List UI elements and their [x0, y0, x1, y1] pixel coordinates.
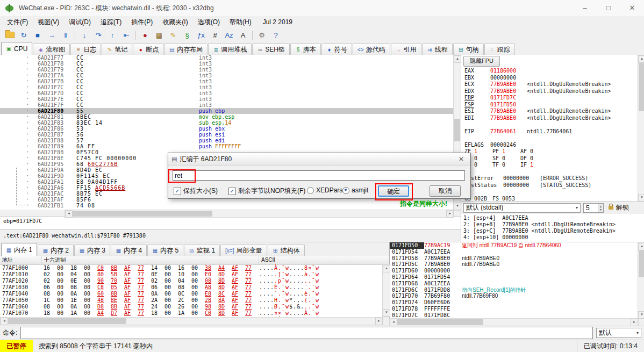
register-row[interactable]: EDI77B9ABE0 <ntdll.DbgUiRemoteBreakin>: [464, 115, 638, 122]
scroll-up-icon[interactable]: ▲: [638, 243, 644, 250]
unlock-checkbox-label[interactable]: 解锁: [616, 203, 629, 212]
dumptab-struct[interactable]: ⊞结构体: [268, 245, 305, 256]
menu-view[interactable]: 视图(V): [33, 18, 64, 27]
stop-icon[interactable]: ■: [31, 29, 44, 41]
scroll-thumb[interactable]: [8, 318, 126, 324]
disasm-hscrollbar[interactable]: ◄ ►: [65, 210, 454, 218]
scroll-right-icon[interactable]: ►: [446, 210, 454, 218]
dumptab-memory-1[interactable]: ▦内存 1: [1, 243, 37, 256]
dump-panel[interactable]: 地址 十六进制 ASCII 77AF100016001800C08BAF7714…: [0, 256, 389, 317]
menu-options[interactable]: 选项(O): [193, 18, 225, 27]
stack-row[interactable]: 0171FD6000000000: [390, 268, 638, 274]
pause-icon[interactable]: ‖: [59, 29, 72, 41]
arg-count-spinner[interactable]: 5 ▲▼: [583, 203, 604, 213]
tab-symbols[interactable]: ♦符号: [321, 44, 352, 55]
scroll-left-icon[interactable]: ◄: [1, 318, 8, 325]
argument-row[interactable]: 2: [esp+8] 77B9ABE0 <ntdll.DbgUiRemoteBr…: [461, 221, 644, 228]
step-into-icon[interactable]: ↓: [78, 29, 91, 41]
register-row[interactable]: EDX77B9ABE0 <ntdll.DbgUiRemoteBreakin>: [464, 88, 638, 95]
stack-vscrollbar[interactable]: ▲ ▼: [638, 242, 644, 319]
dump-row[interactable]: 77AF106008000A00D88BAF7724002600988DAF77…: [0, 304, 389, 310]
dumptab-memory-4[interactable]: ▦内存 4: [111, 245, 147, 256]
scroll-left-icon[interactable]: ◄: [390, 319, 397, 326]
tab-breakpoints[interactable]: ●断点: [133, 44, 163, 55]
dump-row[interactable]: 77AF103006000800C805AF7706000800A88DAF77…: [0, 284, 389, 291]
flag-af[interactable]: AF 0: [520, 148, 548, 155]
tab-threads[interactable]: ⇉线程: [422, 44, 453, 55]
tab-call-stack[interactable]: ≣调用堆栈: [208, 44, 252, 55]
script-icon[interactable]: §: [181, 29, 194, 41]
flag-sf[interactable]: SF 0: [492, 155, 520, 162]
disasm-row[interactable]: •6AD21FB174 08: [0, 203, 453, 209]
disasm-row[interactable]: •6AD21F78CCint3: [0, 61, 453, 67]
hide-fpu-button[interactable]: 隐藏FPU: [463, 56, 500, 67]
maximize-button[interactable]: □: [597, 0, 620, 16]
dumptab-memory-5[interactable]: ▦内存 5: [147, 245, 183, 256]
stack-row[interactable]: 0171FD6C0171FDD8指向SEH_Record[1]的指针: [390, 287, 638, 293]
argument-row[interactable]: 3: [esp+C] 77B9ABE0 <ntdll.DbgUiRemoteBr…: [461, 228, 644, 234]
az-icon[interactable]: Az: [223, 29, 235, 41]
scroll-left-icon[interactable]: ◄: [65, 210, 73, 218]
calling-convention-select[interactable]: 默认 (stdcall) ▾: [463, 203, 581, 213]
help-icon[interactable]: ?: [269, 29, 282, 41]
command-profile-select[interactable]: 默认 ▾: [596, 328, 641, 338]
dump-row[interactable]: 77AF10501C001E00488EAF772A002C00288AAF77…: [0, 297, 389, 304]
minimize-button[interactable]: –: [573, 0, 597, 16]
dump-hscrollbar[interactable]: ◄ ►: [0, 317, 383, 325]
stack-row[interactable]: 0171FD68A0C17EEA: [390, 281, 638, 287]
disasm-row[interactable]: •6AD21F8756push esi: [0, 132, 453, 138]
menu-file[interactable]: 文件(F): [2, 18, 33, 27]
register-row[interactable]: ESI77B9ABE0 <ntdll.DbgUiRemoteBreakin>: [464, 108, 638, 115]
stack-row[interactable]: 0171FD7C0171FD8C: [390, 312, 638, 318]
disasm-row[interactable]: •6AD21F8383EC 14sub esp,14: [0, 120, 453, 126]
tab-notes[interactable]: ✎笔记: [102, 44, 132, 55]
scroll-up-icon[interactable]: ▲: [383, 265, 390, 272]
keep-size-checkbox[interactable]: ✓ 保持大小(S): [174, 186, 218, 196]
restart-icon[interactable]: ↻: [17, 29, 30, 41]
run-icon[interactable]: →: [45, 29, 58, 41]
scroll-up-icon[interactable]: ▲: [638, 55, 644, 63]
scroll-thumb[interactable]: [397, 319, 483, 325]
dumptab-watch-1[interactable]: ◎监视 1: [184, 245, 220, 256]
disasm-row[interactable]: •6AD21F77CCint3: [0, 55, 453, 61]
argument-row[interactable]: 1: [esp+4] A0C17EEA: [461, 215, 644, 221]
scroll-thumb[interactable]: [639, 250, 644, 277]
close-button[interactable]: ✕: [620, 0, 644, 16]
argument-row[interactable]: 4: [esp+10] 00000000: [461, 234, 644, 241]
disasm-row[interactable]: •6AD21F8055push ebp: [0, 108, 453, 114]
tab-cpu[interactable]: ▣CPU: [1, 42, 32, 55]
register-row[interactable]: GS 002BFS 0053: [464, 196, 638, 202]
stack-row[interactable]: 0171FD5877B9ABE0ntdll.77B9ABE0: [390, 255, 638, 262]
register-row[interactable]: LastStatus00000000 (STATUS_SUCCESS): [464, 182, 638, 189]
scroll-thumb[interactable]: [73, 211, 212, 217]
tab-script[interactable]: §脚本: [290, 44, 321, 55]
stack-hscrollbar[interactable]: ◄ ►: [389, 318, 639, 326]
spin-down-icon[interactable]: ▼: [599, 208, 602, 211]
scroll-up-icon[interactable]: ▲: [454, 55, 461, 63]
tab-seh[interactable]: ∞SEH链: [252, 44, 290, 55]
stack-row[interactable]: 0171FD5C77B9ABE0ntdll.77B9ABE0: [390, 261, 638, 268]
assembly-input[interactable]: [173, 170, 465, 181]
flag-df[interactable]: DF 0: [520, 155, 548, 162]
disasm-row[interactable]: •6AD21F7DCCint3: [0, 90, 453, 96]
disasm-row[interactable]: •6AD21F79CCint3: [0, 67, 453, 73]
notes-icon[interactable]: ✎: [167, 29, 180, 41]
dump-row[interactable]: 77AF101002000400805BAF770E001000E08DAF77…: [0, 271, 389, 278]
hash-icon[interactable]: #: [209, 29, 221, 41]
step-over-icon[interactable]: ↷: [92, 29, 105, 41]
menu-debug[interactable]: 调试(D): [64, 18, 96, 27]
flag-if[interactable]: IF 1: [520, 162, 548, 169]
tab-graph[interactable]: ◈流程图: [33, 44, 70, 55]
register-row[interactable]: EIP77B64061 ntdll.77B64061: [464, 128, 638, 135]
dump-row[interactable]: 77AF104008000A00608BAF770A000C00E88CAF77…: [0, 291, 389, 297]
stack-row[interactable]: 0171FD640171FD54: [390, 274, 638, 281]
scroll-thumb[interactable]: [454, 119, 460, 141]
flag-fs[interactable]: FS 0053: [492, 196, 520, 202]
disasm-row[interactable]: •6AD21F818BECmov ebp,esp: [0, 114, 453, 120]
tab-source[interactable]: <>源代码: [353, 44, 390, 55]
scroll-down-icon[interactable]: ▼: [638, 311, 644, 319]
tab-references[interactable]: →引用: [391, 44, 421, 55]
disasm-row[interactable]: •6AD21F8653push ebx: [0, 126, 453, 132]
dumptab-locals[interactable]: [x=]局部变量: [220, 245, 267, 256]
stack-row[interactable]: 0171FD74D60FE6D6: [390, 299, 638, 306]
